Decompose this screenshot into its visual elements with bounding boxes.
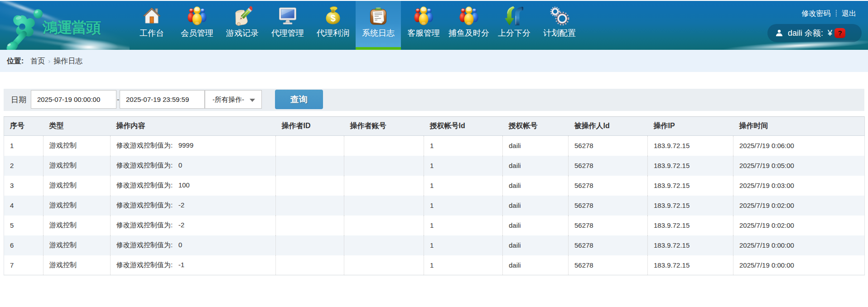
svg-text:$: $ (331, 13, 336, 23)
